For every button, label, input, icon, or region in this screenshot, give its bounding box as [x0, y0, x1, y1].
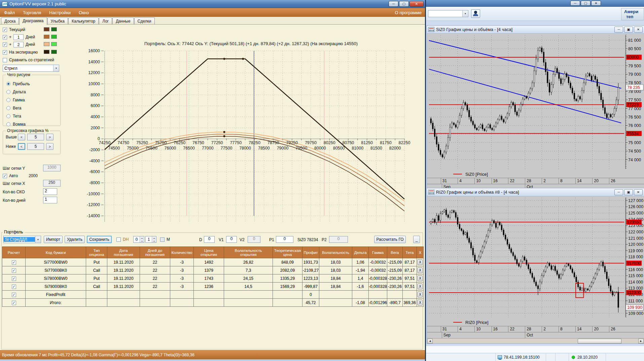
tab-log[interactable]: Лог — [99, 18, 112, 24]
scroll-left-icon[interactable]: ◀ — [427, 339, 433, 343]
column-header[interactable]: Дней до погашения — [140, 247, 170, 258]
column-header[interactable]: Код бумаги — [26, 247, 86, 258]
close-icon[interactable]: ✕ — [634, 189, 643, 195]
tab-smile[interactable]: Улыбка — [47, 18, 68, 24]
checkbox-dh[interactable]: ✓ — [116, 237, 121, 242]
checkbox-plus1[interactable]: ✓ — [3, 35, 7, 39]
above-increment-button[interactable]: > — [46, 134, 53, 140]
delete-button[interactable]: Удалить — [65, 236, 85, 243]
row-checkbox-cell[interactable]: ✓ — [2, 274, 26, 283]
row-checkbox-cell[interactable]: ✓ — [2, 266, 26, 274]
close-icon[interactable]: ✕ — [409, 1, 424, 7]
riz0-title-bar[interactable]: RIZ0 График цены и объёма #8 - [4 часа] … — [427, 188, 644, 196]
delete-row-cell[interactable]: X — [417, 299, 424, 307]
v2-input[interactable]: 0 — [248, 236, 260, 243]
portfolio-select[interactable]: Si СтреДДЛ ▼ — [3, 236, 41, 243]
table-row[interactable]: ✓FixedProfit0X — [2, 291, 424, 299]
grid-x-input[interactable]: 250 — [43, 180, 61, 187]
save-button[interactable]: Сохранить — [87, 236, 112, 243]
column-header[interactable]: Дельта — [352, 247, 369, 258]
restore-icon[interactable]: ▣ — [624, 27, 633, 33]
delete-row-cell[interactable]: X — [417, 274, 424, 283]
radio-5[interactable] — [6, 122, 10, 126]
color-swatch[interactable] — [44, 27, 49, 31]
strategy-select[interactable]: Стрнгл ▼ — [3, 65, 59, 72]
minimize-icon[interactable]: ─ — [389, 1, 398, 7]
minimize-icon[interactable]: ─ — [614, 27, 623, 33]
days2-input[interactable]: 2 — [13, 42, 24, 47]
column-header[interactable]: Дата погашения — [107, 247, 140, 258]
checkbox-current[interactable]: ✓ — [3, 28, 7, 32]
tab-data[interactable]: Данные — [112, 18, 134, 24]
table-row[interactable]: ✓Si77000BW0Put19.11.202022-3149226,82848… — [2, 258, 424, 266]
p1-input[interactable]: 0 — [276, 236, 293, 243]
column-header[interactable]: Тип опциона — [86, 247, 107, 258]
column-header[interactable]: X — [417, 247, 424, 258]
menu-trading[interactable]: Торговля — [19, 8, 45, 17]
scroll-right-icon[interactable]: ▶ — [638, 339, 644, 343]
column-header[interactable]: Волатильность открытия — [224, 247, 273, 258]
column-header[interactable]: Расчет — [2, 247, 26, 258]
scrollbar-thumb[interactable] — [578, 339, 621, 343]
collapse-button[interactable]: _ — [413, 236, 420, 243]
row-checkbox-cell[interactable]: ✓ — [2, 299, 26, 307]
tab-deals[interactable]: Сделки — [134, 18, 155, 24]
column-header[interactable]: Гамма — [369, 247, 387, 258]
delete-row-cell[interactable]: X — [417, 283, 424, 291]
color-swatch[interactable] — [51, 42, 57, 46]
minimize-icon[interactable]: ─ — [614, 189, 623, 195]
terminal-title-bar[interactable]: ─ ▢ ✕ — [426, 0, 644, 7]
color-swatch[interactable] — [44, 35, 49, 39]
delete-row-cell[interactable]: X — [417, 291, 424, 299]
maximize-icon[interactable]: ▢ — [399, 1, 409, 7]
table-row[interactable]: ✓Si78000BK0Call19.11.202022-3123614,5156… — [2, 283, 424, 291]
maximize-icon[interactable]: ▢ — [581, 1, 591, 6]
color-swatch[interactable] — [51, 35, 57, 39]
checkbox-m[interactable]: ✓ — [160, 237, 165, 242]
siz0-price-chart[interactable]: 81 00080 50079 50079 00078 50078 00077 5… — [427, 34, 644, 170]
below-decrement-button[interactable]: < — [18, 143, 25, 150]
checkbox-plus2[interactable]: ✓ — [3, 42, 7, 47]
table-row[interactable]: ✓Si78000BW0Put19.11.202022-3174324,15133… — [2, 274, 424, 283]
title-bar[interactable]: OptionFVV версия 2.1 public ─ ▢ ✕ — [0, 0, 425, 8]
riz0-price-chart[interactable]: 127 000126 000125 000124 000123 000122 0… — [427, 196, 644, 319]
days1-input[interactable]: 1 — [13, 34, 24, 40]
above-decrement-button[interactable]: < — [18, 134, 25, 140]
color-swatch[interactable] — [44, 50, 49, 54]
row-checkbox-cell[interactable]: ✓ — [2, 258, 26, 266]
d-input[interactable]: 0 — [204, 236, 215, 243]
radio-3[interactable] — [6, 106, 10, 110]
color-swatch[interactable] — [51, 27, 57, 31]
sko-input[interactable]: 2 — [43, 188, 57, 195]
menu-settings[interactable]: Настройки — [45, 8, 75, 17]
menu-file[interactable]: Файл — [0, 8, 19, 17]
dh-spinner-2[interactable]: 1▲▼ — [145, 236, 156, 243]
days-count-input[interactable]: 1 — [43, 197, 57, 203]
delete-row-cell[interactable]: X — [417, 266, 424, 274]
row-checkbox-cell[interactable]: ✓ — [2, 291, 26, 299]
color-swatch[interactable] — [51, 50, 57, 54]
row-checkbox-cell[interactable]: ✓ — [2, 283, 26, 291]
checkbox-expiration[interactable]: ✓ — [3, 50, 7, 55]
column-header[interactable]: Цена открытия — [194, 247, 224, 258]
tab-calculator[interactable]: Калькулятор — [68, 18, 99, 24]
radio-0[interactable] — [6, 82, 10, 86]
chevron-down-icon[interactable]: ▼ — [53, 65, 59, 71]
delete-row-cell[interactable]: X — [417, 258, 424, 266]
riz0-scrollbar[interactable]: ◀ ▶ — [427, 338, 644, 343]
dh-spinner-1[interactable]: 0▲▼ — [133, 236, 144, 243]
column-header[interactable]: Тета — [403, 247, 417, 258]
column-header[interactable]: Профит — [302, 247, 319, 258]
table-row[interactable]: ✓Si77000BK0Call19.11.202022-313797,32082… — [2, 266, 424, 274]
payoff-chart[interactable]: 1600014000120001000080006000400020000-20… — [79, 47, 423, 226]
radio-2[interactable] — [6, 98, 10, 102]
calc-margin-button[interactable]: Рассчитать ГО — [374, 236, 406, 243]
tab-diagram[interactable]: Диаграмма — [19, 17, 47, 25]
menu-window[interactable]: Окно — [75, 8, 93, 17]
import-button[interactable]: Импорт — [44, 236, 63, 243]
banner-ad[interactable]: Амери теп — [621, 8, 644, 20]
v1-input[interactable]: 0 — [226, 236, 237, 243]
close-icon[interactable]: ✕ — [591, 1, 601, 6]
grid-y-input[interactable]: 1000 — [43, 165, 61, 171]
checkbox-compare[interactable]: ✓ — [3, 58, 7, 62]
